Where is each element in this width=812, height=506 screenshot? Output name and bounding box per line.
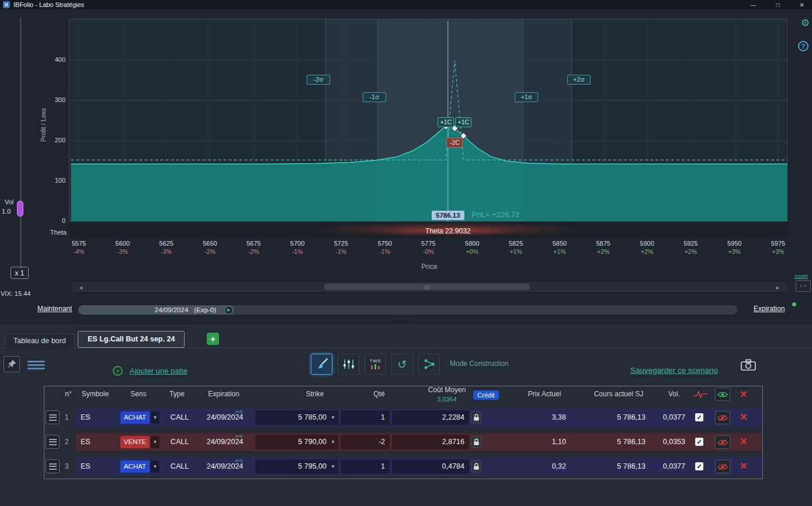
col-header-num: n° [65,390,71,398]
leg-underlying-price: 5 786,13 [571,433,646,451]
tab-strategy[interactable]: ES Lg.Call But 24 sep. 24 [78,331,185,348]
timeline-track[interactable]: 24/09/2024 (Exp-0) ▶ [78,305,737,315]
leg-expiration[interactable]: 24/09/2024 [196,433,254,451]
help-icon[interactable]: ? [798,41,808,51]
lock-icon[interactable] [471,460,481,472]
x-axis-tick: 5825+1% [494,240,537,255]
leg-expiration[interactable]: 24/09/2024 [196,409,254,427]
eye-hidden-icon[interactable] [715,460,730,473]
scroll-right-icon[interactable]: ► [772,284,784,291]
leg-strike-caret-icon[interactable]: ▼ [331,459,335,474]
waveform-icon[interactable] [693,390,708,401]
window-title: IBFolio - Labo Stratégies [13,1,84,8]
delete-leg-button[interactable]: ✕ [737,435,750,448]
add-leg-link[interactable]: Ajouter une patte [130,367,188,375]
leg-quantity-input[interactable]: 1 [341,459,390,474]
lock-icon[interactable] [471,436,481,448]
scroll-left-icon[interactable]: ◄ [75,284,87,291]
leg-strike-select[interactable]: 5 795,00 ▼ [255,459,338,474]
leg-side-select[interactable]: ACHAT [120,411,150,424]
maximize-icon[interactable]: □ [776,2,780,8]
col-header-sens: Sens [130,390,146,398]
row-drag-handle[interactable] [46,410,60,424]
leg-underlying-price: 5 786,13 [571,409,646,427]
leg-side-select[interactable]: VENTE [120,436,150,448]
add-tab-button[interactable]: + [207,333,219,345]
x-axis-tick: 5850+1% [538,240,581,255]
leg-enabled-checkbox[interactable]: ✓ [695,413,703,421]
multiplier-button[interactable]: x 1 [11,267,29,279]
leg-vol: 0,0377 [650,458,685,476]
play-icon[interactable]: ▶ [224,306,233,315]
delete-all-button[interactable]: ✕ [737,388,750,400]
leg-underlying-price: 5 786,13 [571,458,646,476]
show-all-eye-icon[interactable] [715,388,730,401]
x-axis-tick: 5625-3% [145,240,188,255]
leg-strike-select[interactable]: 5 790,00 ▼ [255,435,338,449]
eye-hidden-icon[interactable] [715,435,730,449]
leg-type: CALL [164,458,196,476]
vol-slider-thumb[interactable] [17,201,23,217]
menu-icon[interactable] [27,358,46,371]
credit-badge[interactable]: Crédit [473,390,499,400]
leg-cost-input[interactable]: 2,2284 [392,410,469,425]
save-scenario-link[interactable]: Sauvegarder ce scenario [630,366,718,375]
leg-number: 2 [60,433,73,451]
leg-enabled-checkbox[interactable]: ✓ [695,462,703,470]
x-axis-label: Price [409,263,450,271]
draw-tool-button[interactable] [311,354,332,375]
pin-button[interactable] [4,356,20,372]
leg-quantity-input[interactable]: -2 [341,435,390,449]
share-tool-button[interactable] [418,354,440,375]
leg-strike-value: 5 795,00 [298,462,327,470]
minimize-icon[interactable]: — [751,2,757,8]
leg-side-select[interactable]: ACHAT [120,460,150,473]
leg-strike-caret-icon[interactable]: ▼ [331,435,335,449]
now-link[interactable]: Maintenant [37,305,72,313]
leg-strike-select[interactable]: 5 785,00 ▼ [255,410,338,425]
timeline-fill[interactable]: 24/09/2024 (Exp-0) ▶ [78,305,234,315]
close-icon[interactable]: ✕ [800,2,804,8]
col-header-symbol: Symbole [82,390,109,398]
chart-scrollbar[interactable]: ◄ ||| ► [71,282,787,291]
y-axis-tick: 200 [49,137,65,144]
x-axis-tick: 5900+2% [626,240,669,255]
delete-leg-button[interactable]: ✕ [737,460,750,473]
leg-expiration[interactable]: 24/09/2024 [196,458,254,476]
brush-icon [315,358,328,371]
eye-hidden-icon[interactable] [715,411,730,424]
gear-icon[interactable]: ⚙ [797,16,812,30]
leg-cost-input[interactable]: 2,8716 [392,435,469,449]
reset-icon: ↺ [398,359,407,370]
row-drag-handle[interactable] [46,435,60,449]
pnl-chart[interactable] [69,19,787,238]
splitter-handle[interactable]: ······ [380,315,432,321]
leg-side-caret-icon[interactable]: ▼ [151,436,159,448]
leg-enabled-checkbox[interactable]: ✓ [695,438,703,446]
tab-dashboard[interactable]: Tableau de bord [5,333,75,348]
leg-strike-caret-icon[interactable]: ▼ [331,410,335,425]
leg-symbol: ES [81,433,91,451]
delete-leg-button[interactable]: ✕ [737,411,750,424]
reset-tool-button[interactable]: ↺ [391,354,413,375]
camera-icon[interactable] [740,358,757,372]
add-leg-icon[interactable]: + [113,366,123,376]
vol-slider-track[interactable] [20,18,22,268]
col-header-underlying: Cours actuel SJ [594,390,644,398]
status-dot [792,302,796,306]
row-drag-handle[interactable] [46,459,60,473]
zoom-control[interactable]: ‹ › [796,280,811,292]
expiration-link[interactable]: Expiration [754,305,785,313]
leg-side-caret-icon[interactable]: ▼ [151,411,159,424]
tws-tool-button[interactable]: TWS [365,354,386,375]
x-axis-tick: 5675-2% [232,240,275,255]
cost-total-value: 3,0364 [437,396,457,403]
mixer-tool-button[interactable] [338,354,359,375]
scrollbar-thumb[interactable]: ||| [324,284,530,290]
x-axis-tick: 5750-1% [363,240,407,255]
leg-side-caret-icon[interactable]: ▼ [151,460,159,473]
leg-cost-input[interactable]: 0,4784 [392,459,469,474]
lock-icon[interactable] [471,411,481,423]
leg-quantity-input[interactable]: 1 [341,410,390,425]
x-axis-tick: 5650-2% [188,240,231,255]
